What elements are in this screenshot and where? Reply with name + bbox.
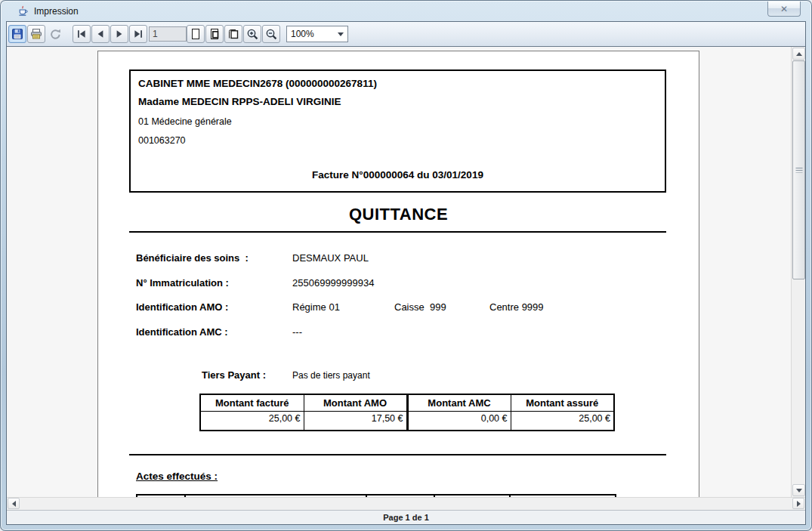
save-icon: [11, 28, 23, 40]
fit-page-icon: [208, 28, 221, 40]
document-page: CABINET MME MEDECIN2678 (000000000267811…: [97, 51, 699, 497]
tiers-payant-label: Tiers Payant :: [202, 369, 266, 381]
amo-label: Identification AMO :: [136, 301, 228, 313]
invoice-line: Facture N°000000064 du 03/01/2019: [131, 169, 665, 181]
print-preview-window: Impression ✕: [0, 0, 812, 531]
zoom-out-icon: [265, 28, 278, 41]
horizontal-scrollbar[interactable]: [7, 497, 805, 510]
beneficiary-value: DESMAUX PAUL: [292, 252, 369, 264]
amo-centre: Centre 9999: [489, 301, 544, 313]
zoom-out-button[interactable]: [262, 25, 280, 43]
save-button[interactable]: [8, 25, 26, 43]
last-page-button[interactable]: [129, 25, 147, 43]
refresh-icon: [49, 28, 62, 41]
combo-arrow-zone: [334, 26, 347, 42]
scroll-down-button[interactable]: [792, 484, 805, 496]
amounts-value: 0,00 €: [407, 411, 511, 431]
amo-caisse: Caisse 999: [394, 301, 446, 313]
page-number-input[interactable]: [149, 26, 187, 42]
amounts-value: 17,50 €: [304, 411, 407, 431]
first-page-icon: [76, 28, 88, 40]
arrow-right-icon: [797, 501, 801, 507]
practice-name: CABINET MME MEDECIN2678 (000000000267811…: [138, 78, 377, 89]
next-page-icon: [113, 28, 125, 40]
amounts-header: Montant facturé: [200, 394, 304, 411]
amounts-value: 25,00 €: [200, 411, 304, 431]
specialty: 01 Médecine générale: [138, 116, 232, 127]
practice-number: 001063270: [138, 135, 186, 146]
beneficiary-label: Bénéficiaire des soins :: [136, 252, 249, 264]
thumb-grip-icon: [795, 168, 802, 173]
divider: [129, 231, 666, 233]
close-icon: ✕: [780, 5, 788, 14]
practice-header-box: CABINET MME MEDECIN2678 (000000000267811…: [129, 69, 666, 193]
amounts-header: Montant AMO: [304, 394, 407, 411]
zoom-in-button[interactable]: [243, 25, 261, 43]
preview-area: CABINET MME MEDECIN2678 (000000000267811…: [7, 47, 805, 497]
immatriculation-label: N° Immatriculation :: [136, 277, 229, 289]
scroll-right-button[interactable]: [792, 498, 804, 509]
vertical-scroll-thumb[interactable]: [792, 60, 805, 279]
screen: Impression ✕: [0, 0, 812, 531]
scroll-up-button[interactable]: [792, 48, 805, 60]
arrow-down-icon: [796, 489, 802, 492]
scroll-left-button[interactable]: [8, 498, 20, 509]
tiers-payant-value: Pas de tiers payant: [292, 370, 370, 381]
next-page-button[interactable]: [110, 25, 128, 43]
amounts-header: Montant assuré: [511, 394, 614, 411]
amounts-header: Montant AMC: [407, 394, 511, 411]
previous-page-button[interactable]: [91, 25, 110, 43]
arrow-left-icon: [12, 501, 16, 507]
practitioner-name: Madame MEDECIN RPPS-ADELI VIRGINIE: [138, 96, 341, 107]
amc-value: ---: [292, 326, 302, 338]
zoom-level-select[interactable]: 100%: [286, 26, 348, 42]
fit-page-button[interactable]: [205, 25, 224, 43]
amounts-header-row: Montant facturé Montant AMO Montant AMC …: [200, 394, 614, 411]
page-status: Page 1 de 1: [383, 513, 429, 522]
divider: [129, 454, 666, 455]
previous-page-icon: [94, 28, 107, 40]
fit-width-icon: [227, 28, 239, 40]
client-area: 100% CABINET MME MEDECIN2678 (0000000002…: [6, 21, 806, 525]
zoom-in-icon: [246, 28, 259, 41]
amounts-value-row: 25,00 € 17,50 € 0,00 € 25,00 €: [200, 411, 614, 431]
amc-label: Identification AMC :: [136, 326, 228, 338]
java-app-icon: [17, 5, 29, 17]
status-bar: Page 1 de 1: [7, 510, 805, 524]
arrow-up-icon: [796, 52, 802, 56]
window-title: Impression: [34, 6, 79, 17]
acts-section-title: Actes effectués :: [136, 471, 218, 482]
zoom-level-value: 100%: [287, 29, 334, 39]
actual-size-button[interactable]: [187, 25, 205, 43]
print-button[interactable]: [27, 25, 45, 43]
immatriculation-value: 255069999999934: [292, 277, 374, 289]
first-page-button[interactable]: [73, 25, 91, 43]
toolbar: 100%: [7, 22, 805, 47]
document-title: QUITTANCE: [98, 205, 699, 224]
vertical-scrollbar[interactable]: [791, 47, 805, 497]
close-button[interactable]: ✕: [767, 2, 801, 17]
amo-regime: Régime 01: [292, 301, 340, 313]
amounts-value: 25,00 €: [511, 411, 614, 431]
last-page-icon: [132, 28, 144, 40]
titlebar[interactable]: Impression ✕: [2, 1, 810, 21]
single-page-icon: [190, 28, 202, 40]
printer-icon: [30, 28, 42, 40]
preview-viewport: CABINET MME MEDECIN2678 (000000000267811…: [7, 47, 791, 497]
amounts-table: Montant facturé Montant AMO Montant AMC …: [199, 394, 615, 431]
refresh-button[interactable]: [46, 25, 64, 43]
fit-width-button[interactable]: [224, 25, 242, 43]
chevron-down-icon: [338, 32, 344, 36]
